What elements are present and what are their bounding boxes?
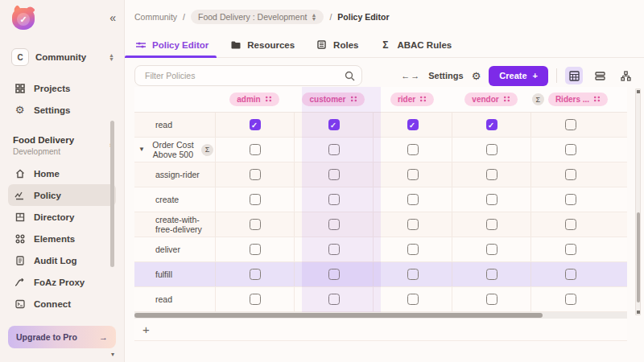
tab-resources[interactable]: Resources <box>229 32 295 58</box>
permission-checkbox[interactable] <box>250 219 261 230</box>
sidebar-item-home[interactable]: Home <box>8 162 116 184</box>
role-pill[interactable]: admin <box>229 93 279 106</box>
permission-checkbox[interactable] <box>407 219 419 230</box>
permission-checkbox[interactable] <box>407 194 419 205</box>
permission-checkbox[interactable] <box>407 269 419 280</box>
sidebar-item-audit-log[interactable]: Audit Log <box>8 249 116 271</box>
permission-checkbox[interactable] <box>407 294 419 305</box>
permission-checkbox[interactable] <box>486 194 497 205</box>
permission-checkbox[interactable] <box>328 219 340 230</box>
role-dots-icon <box>503 96 510 104</box>
action-row-label: deliver <box>134 237 215 261</box>
condition-row-label[interactable]: ▼Order Cost Above 500Σ <box>134 138 215 162</box>
collapse-sidebar-icon[interactable]: « <box>109 11 114 24</box>
permission-checkbox-checked[interactable] <box>328 119 340 130</box>
add-action-row[interactable]: + <box>134 319 627 341</box>
chevron-down-icon[interactable]: ▼ <box>138 146 145 153</box>
sidebar-item-elements[interactable]: Elements <box>8 228 116 249</box>
column-header-admin: admin <box>215 87 294 112</box>
tab-policy-editor[interactable]: Policy Editor <box>134 32 208 58</box>
policy-row: ▼Order Cost Above 500Σ <box>134 138 627 162</box>
permission-checkbox[interactable] <box>565 169 576 180</box>
tab-bar: Policy Editor Resources Roles Σ ABAC Rul… <box>125 32 644 58</box>
tab-roles[interactable]: Roles <box>316 32 358 58</box>
permission-checkbox[interactable] <box>486 169 497 180</box>
view-graph-button[interactable] <box>617 67 634 84</box>
sidebar-item-directory[interactable]: Directory <box>8 206 116 228</box>
policy-settings-button[interactable]: Settings <box>428 71 463 80</box>
permission-checkbox[interactable] <box>486 144 497 155</box>
permission-cell <box>373 187 452 212</box>
permission-checkbox[interactable] <box>250 269 261 280</box>
sidebar-scrollbar[interactable] <box>110 121 114 267</box>
permission-checkbox-checked[interactable] <box>407 119 419 130</box>
permission-checkbox[interactable] <box>328 294 340 305</box>
permission-checkbox[interactable] <box>407 169 419 180</box>
permission-cell <box>294 162 373 187</box>
permission-checkbox[interactable] <box>486 219 497 230</box>
permission-checkbox[interactable] <box>565 144 576 155</box>
policy-row: assign-rider <box>134 162 627 187</box>
permission-checkbox[interactable] <box>486 244 497 255</box>
expand-columns-icon[interactable]: ←→ <box>401 71 420 80</box>
sidebar-item-connect[interactable]: Connect <box>8 293 116 315</box>
role-pill[interactable]: customer <box>302 93 364 106</box>
role-pill[interactable]: Riders ... <box>548 93 608 106</box>
scroll-down-icon[interactable]: ▾ <box>111 351 114 358</box>
role-pill[interactable]: rider <box>390 93 434 106</box>
sigma-badge: Σ <box>532 93 544 105</box>
workspace-selector[interactable]: C Community ▲▼ <box>11 48 114 66</box>
permission-checkbox[interactable] <box>565 269 576 280</box>
gear-icon[interactable]: ⚙ <box>472 71 481 81</box>
scroll-down-icon[interactable] <box>637 311 640 314</box>
breadcrumb-workspace[interactable]: Community <box>134 12 177 22</box>
permission-checkbox[interactable] <box>250 294 261 305</box>
permission-checkbox-checked[interactable] <box>250 119 261 130</box>
permission-checkbox[interactable] <box>486 294 497 305</box>
project-selector[interactable]: Food Delivery Development ▲▼ <box>13 135 113 156</box>
horizontal-scrollbar[interactable] <box>134 312 627 319</box>
permission-checkbox[interactable] <box>328 194 340 205</box>
create-button[interactable]: Create + <box>489 66 548 86</box>
permission-checkbox-checked[interactable] <box>486 119 497 130</box>
view-table-button[interactable] <box>565 67 583 84</box>
permission-checkbox[interactable] <box>328 169 340 180</box>
sidebar-item-foaz-proxy[interactable]: FoAz Proxy <box>8 271 116 293</box>
permission-checkbox[interactable] <box>407 244 419 255</box>
scroll-up-icon[interactable] <box>637 90 640 93</box>
permission-checkbox[interactable] <box>250 144 261 155</box>
permission-checkbox[interactable] <box>328 269 340 280</box>
action-row-label: read <box>134 287 215 311</box>
filter-policies-input[interactable] <box>134 65 362 86</box>
policy-table-header: admincustomerridervendorΣRiders ... <box>134 87 627 113</box>
permission-checkbox[interactable] <box>565 294 576 305</box>
permission-checkbox[interactable] <box>565 219 576 230</box>
permission-checkbox[interactable] <box>250 194 261 205</box>
permission-checkbox[interactable] <box>565 194 576 205</box>
permission-cell <box>215 162 294 187</box>
tab-abac-rules[interactable]: Σ ABAC Rules <box>379 32 452 58</box>
sidebar-item-policy[interactable]: Policy <box>8 184 116 206</box>
permission-checkbox[interactable] <box>565 119 576 130</box>
audit-log-icon <box>14 254 26 266</box>
scrollbar-thumb[interactable] <box>134 313 543 318</box>
role-pill[interactable]: vendor <box>464 93 517 106</box>
permission-checkbox[interactable] <box>328 244 340 255</box>
breadcrumb-project-pill[interactable]: Food Delivery : Development ▲▼ <box>191 10 324 24</box>
sidebar-item-projects[interactable]: Projects <box>8 77 116 99</box>
permission-checkbox[interactable] <box>407 144 419 155</box>
permission-checkbox[interactable] <box>250 169 261 180</box>
action-row-label: fulfill <box>134 262 215 286</box>
view-list-button[interactable] <box>591 67 609 84</box>
permission-checkbox[interactable] <box>565 244 576 255</box>
scrollbar-thumb[interactable] <box>637 212 641 302</box>
permission-checkbox[interactable] <box>328 144 340 155</box>
permission-checkbox[interactable] <box>486 269 497 280</box>
directory-icon <box>14 211 26 223</box>
upgrade-to-pro-banner[interactable]: Upgrade to Pro → <box>8 326 116 348</box>
roles-icon <box>316 39 328 51</box>
tab-label: Policy Editor <box>152 40 208 50</box>
vertical-scrollbar[interactable] <box>635 88 641 315</box>
permission-checkbox[interactable] <box>250 244 261 255</box>
sidebar-item-settings[interactable]: ⚙ Settings <box>8 99 116 121</box>
